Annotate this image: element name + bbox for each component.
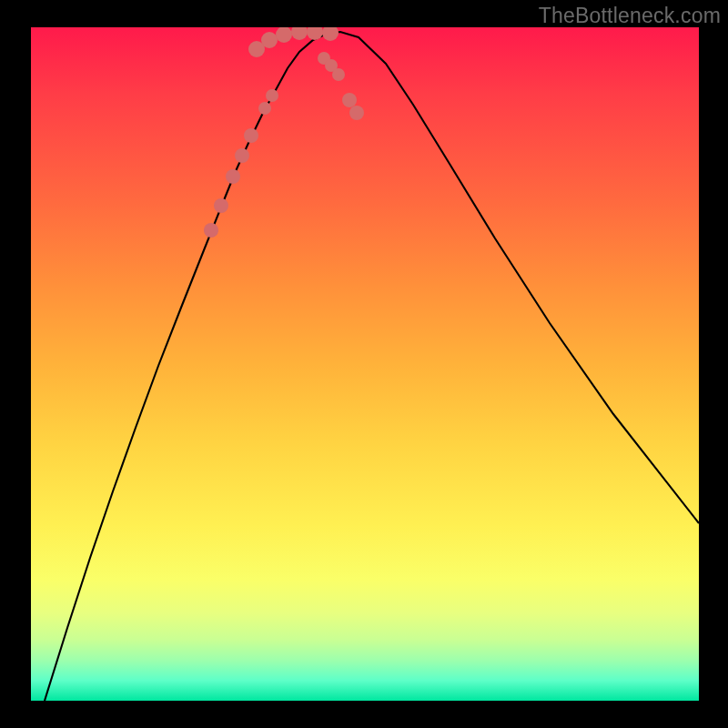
plot-area bbox=[31, 27, 699, 701]
chart-frame: TheBottleneck.com bbox=[0, 0, 728, 728]
curve-marker bbox=[244, 128, 258, 143]
curve-markers bbox=[204, 27, 364, 238]
curve-marker bbox=[214, 198, 228, 213]
curve-marker bbox=[266, 89, 278, 102]
curve-marker bbox=[258, 102, 271, 115]
curve-marker bbox=[307, 27, 323, 40]
curve-marker bbox=[226, 169, 240, 184]
curve-marker bbox=[204, 223, 218, 238]
curve-marker bbox=[322, 27, 339, 41]
curve-svg bbox=[31, 27, 699, 701]
curve-marker bbox=[235, 148, 249, 163]
curve-marker bbox=[291, 27, 308, 40]
curve-marker bbox=[276, 27, 292, 43]
bottleneck-curve bbox=[45, 32, 699, 701]
curve-marker bbox=[349, 106, 364, 120]
curve-marker bbox=[332, 68, 345, 81]
watermark-label: TheBottleneck.com bbox=[539, 4, 721, 28]
curve-marker bbox=[342, 93, 357, 107]
curve-marker bbox=[261, 32, 278, 48]
